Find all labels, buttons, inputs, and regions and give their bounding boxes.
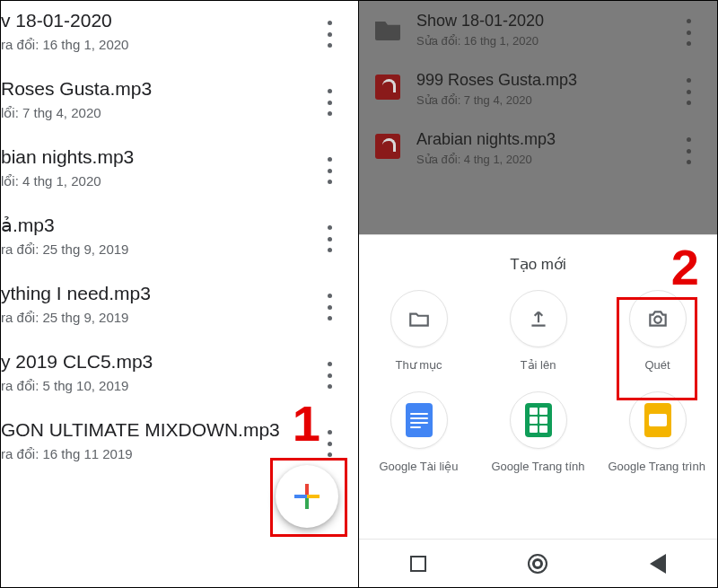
list-item[interactable]: ả.mp3 ra đổi: 25 thg 9, 2019 bbox=[1, 206, 358, 274]
nav-home-icon[interactable] bbox=[528, 554, 547, 574]
file-sub: Sửa đổi: 7 thg 4, 2020 bbox=[416, 93, 577, 107]
more-icon[interactable] bbox=[320, 430, 338, 457]
file-name: GON ULTIMATE MIXDOWN.mp3 bbox=[1, 419, 342, 441]
folder-icon bbox=[375, 15, 400, 40]
more-icon bbox=[679, 19, 697, 46]
file-sub: ra đổi: 25 thg 9, 2019 bbox=[1, 310, 342, 326]
file-name: bian nights.mp3 bbox=[1, 146, 342, 168]
list-item: Show 18-01-2020 Sửa đổi: 16 thg 1, 2020 bbox=[359, 1, 717, 60]
action-label: Google Trang tính bbox=[491, 460, 584, 473]
music-file-icon bbox=[375, 75, 400, 100]
more-icon[interactable] bbox=[320, 21, 338, 48]
more-icon[interactable] bbox=[320, 294, 338, 320]
google-docs-icon bbox=[390, 391, 448, 449]
nav-back-icon[interactable] bbox=[650, 554, 666, 574]
file-sub: lổi: 7 thg 4, 2020 bbox=[1, 105, 342, 121]
file-sub: lổi: 4 thg 1, 2020 bbox=[1, 173, 342, 189]
nav-recent-icon[interactable] bbox=[410, 556, 426, 572]
fab-create-button[interactable] bbox=[276, 465, 338, 528]
more-icon bbox=[679, 78, 697, 105]
file-name: ything I need.mp3 bbox=[1, 283, 342, 304]
list-item[interactable]: y 2019 CLC5.mp3 ra đổi: 5 thg 10, 2019 bbox=[1, 342, 358, 410]
action-label: Google Trang trình b bbox=[609, 460, 707, 473]
action-google-docs[interactable]: Google Tài liệu bbox=[359, 391, 478, 473]
dimmed-file-list: Show 18-01-2020 Sửa đổi: 16 thg 1, 2020 … bbox=[359, 1, 717, 234]
list-item[interactable]: Roses Gusta.mp3 lổi: 7 thg 4, 2020 bbox=[1, 69, 358, 137]
sheet-title: Tạo mới bbox=[359, 235, 717, 290]
file-name: y 2019 CLC5.mp3 bbox=[1, 351, 342, 373]
action-label: Tải lên bbox=[521, 358, 556, 372]
action-google-sheets[interactable]: Google Trang tính bbox=[478, 391, 598, 473]
google-sheets-icon bbox=[510, 391, 567, 449]
list-item[interactable]: ything I need.mp3 ra đổi: 25 thg 9, 2019 bbox=[1, 274, 358, 342]
file-sub: Sửa đổi: 4 thg 1, 2020 bbox=[416, 153, 556, 166]
action-label: Thư mục bbox=[395, 358, 442, 372]
file-name: ả.mp3 bbox=[1, 215, 342, 236]
file-name: Roses Gusta.mp3 bbox=[1, 78, 342, 100]
file-sub: ra đổi: 5 thg 10, 2019 bbox=[1, 378, 342, 394]
file-name: v 18-01-2020 bbox=[1, 10, 342, 31]
folder-icon bbox=[390, 290, 448, 347]
more-icon[interactable] bbox=[320, 225, 338, 252]
file-name: Show 18-01-2020 bbox=[416, 12, 544, 31]
google-slides-icon bbox=[629, 391, 687, 449]
action-label: Quét bbox=[644, 358, 670, 372]
file-sub: ra đổi: 16 thg 11 2019 bbox=[1, 446, 342, 462]
more-icon bbox=[679, 137, 697, 164]
more-icon[interactable] bbox=[320, 362, 338, 389]
file-sub: ra đổi: 16 thg 1, 2020 bbox=[1, 37, 342, 53]
more-icon[interactable] bbox=[320, 157, 338, 184]
file-name: Arabian nights.mp3 bbox=[416, 130, 556, 149]
android-navbar bbox=[359, 539, 717, 587]
action-folder[interactable]: Thư mục bbox=[359, 290, 478, 372]
file-list: v 18-01-2020 ra đổi: 16 thg 1, 2020 Rose… bbox=[1, 1, 358, 478]
list-item: Arabian nights.mp3 Sửa đổi: 4 thg 1, 202… bbox=[359, 119, 717, 179]
file-sub: ra đổi: 25 thg 9, 2019 bbox=[1, 241, 342, 258]
action-upload[interactable]: Tải lên bbox=[478, 290, 598, 372]
svg-point-0 bbox=[654, 316, 661, 323]
more-icon[interactable] bbox=[320, 89, 338, 116]
right-screenshot: Show 18-01-2020 Sửa đổi: 16 thg 1, 2020 … bbox=[359, 1, 717, 587]
file-name: 999 Roses Gusta.mp3 bbox=[416, 71, 577, 90]
camera-icon bbox=[629, 290, 687, 347]
create-new-sheet: Tạo mới Thư mục Tải lên bbox=[359, 234, 717, 587]
list-item[interactable]: bian nights.mp3 lổi: 4 thg 1, 2020 bbox=[1, 137, 358, 206]
action-label: Google Tài liệu bbox=[380, 460, 459, 473]
music-file-icon bbox=[375, 134, 400, 159]
list-item: 999 Roses Gusta.mp3 Sửa đổi: 7 thg 4, 20… bbox=[359, 60, 717, 119]
plus-icon bbox=[294, 484, 320, 509]
file-sub: Sửa đổi: 16 thg 1, 2020 bbox=[416, 34, 544, 48]
action-scan[interactable]: Quét bbox=[598, 290, 717, 372]
action-google-slides[interactable]: Google Trang trình b bbox=[598, 391, 717, 473]
left-screenshot: v 18-01-2020 ra đổi: 16 thg 1, 2020 Rose… bbox=[1, 1, 359, 587]
list-item[interactable]: v 18-01-2020 ra đổi: 16 thg 1, 2020 bbox=[1, 1, 358, 69]
upload-icon bbox=[510, 290, 567, 347]
